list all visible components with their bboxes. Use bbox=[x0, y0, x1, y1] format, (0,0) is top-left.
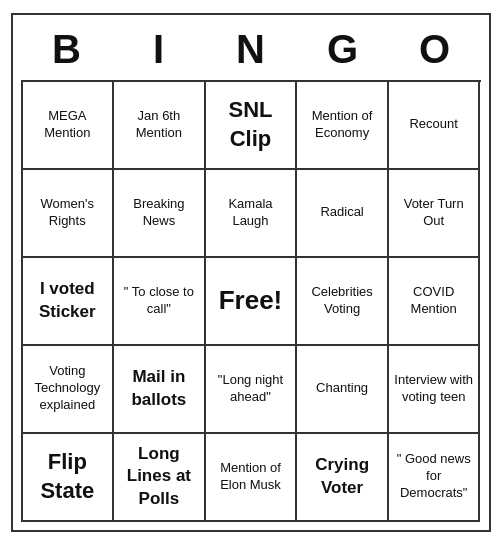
bingo-cell-3: Mention of Economy bbox=[297, 82, 389, 170]
bingo-cell-5: Women's Rights bbox=[23, 170, 115, 258]
bingo-cell-8: Radical bbox=[297, 170, 389, 258]
bingo-cell-6: Breaking News bbox=[114, 170, 206, 258]
bingo-letter-O: O bbox=[389, 23, 481, 76]
bingo-cell-17: "Long night ahead" bbox=[206, 346, 298, 434]
bingo-card: BINGO MEGA MentionJan 6th MentionSNL Cli… bbox=[11, 13, 491, 532]
bingo-cell-2: SNL Clip bbox=[206, 82, 298, 170]
bingo-cell-20: Flip State bbox=[23, 434, 115, 522]
bingo-cell-11: " To close to call" bbox=[114, 258, 206, 346]
bingo-cell-1: Jan 6th Mention bbox=[114, 82, 206, 170]
bingo-letter-I: I bbox=[113, 23, 205, 76]
bingo-letter-G: G bbox=[297, 23, 389, 76]
bingo-header: BINGO bbox=[21, 23, 481, 76]
bingo-grid: MEGA MentionJan 6th MentionSNL ClipMenti… bbox=[21, 80, 481, 522]
bingo-cell-18: Chanting bbox=[297, 346, 389, 434]
bingo-cell-22: Mention of Elon Musk bbox=[206, 434, 298, 522]
bingo-cell-9: Voter Turn Out bbox=[389, 170, 481, 258]
bingo-cell-0: MEGA Mention bbox=[23, 82, 115, 170]
bingo-cell-7: Kamala Laugh bbox=[206, 170, 298, 258]
bingo-cell-14: COVID Mention bbox=[389, 258, 481, 346]
bingo-cell-13: Celebrities Voting bbox=[297, 258, 389, 346]
bingo-cell-10: I voted Sticker bbox=[23, 258, 115, 346]
bingo-cell-12: Free! bbox=[206, 258, 298, 346]
bingo-cell-4: Recount bbox=[389, 82, 481, 170]
bingo-cell-19: Interview with voting teen bbox=[389, 346, 481, 434]
bingo-cell-24: " Good news for Democrats" bbox=[389, 434, 481, 522]
bingo-cell-21: Long Lines at Polls bbox=[114, 434, 206, 522]
bingo-cell-23: Crying Voter bbox=[297, 434, 389, 522]
bingo-letter-B: B bbox=[21, 23, 113, 76]
bingo-cell-15: Voting Technology explained bbox=[23, 346, 115, 434]
bingo-cell-16: Mail in ballots bbox=[114, 346, 206, 434]
bingo-letter-N: N bbox=[205, 23, 297, 76]
